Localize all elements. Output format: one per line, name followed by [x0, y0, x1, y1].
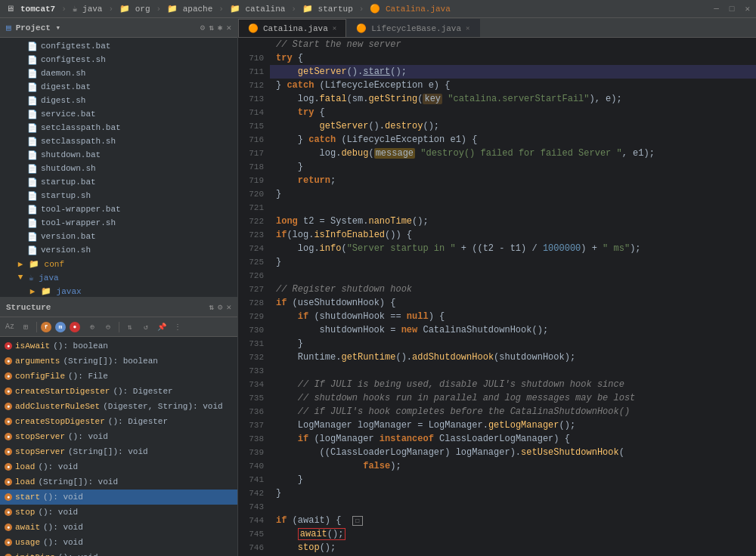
structure-sort-icon[interactable]: ⇅ — [209, 302, 214, 312]
sort-alpha-btn[interactable]: Az — [3, 320, 17, 334]
table-row: 723 if(log.isInfoEnabled()) { — [238, 228, 756, 242]
bat-icon: 📄 — [27, 42, 38, 51]
struct-item-label: createStartDigester — [15, 387, 110, 396]
structure-filter-icon[interactable]: ⚙ — [218, 302, 223, 312]
tree-item-toolwrapper-bat[interactable]: 📄 tool-wrapper.bat — [0, 202, 237, 216]
tab-label: LifecycleBase.java — [371, 24, 461, 33]
tab-label: Catalina.java — [263, 24, 328, 33]
struct-stop[interactable]: ● stop(): void — [0, 505, 237, 520]
tree-item-configtest-bat[interactable]: 📄 configtest.bat — [0, 39, 237, 53]
filter-other-btn[interactable]: ● — [70, 322, 80, 332]
struct-createStartDigester[interactable]: ● createStartDigester(): Digester — [0, 384, 237, 399]
struct-item-label: stopServer — [15, 447, 65, 456]
struct-stopServerStr[interactable]: ● stopServer(String[]): void — [0, 444, 237, 459]
tree-item-startup-bat[interactable]: 📄 startup.bat — [0, 175, 237, 189]
expand-btn[interactable]: ⊕ — [85, 320, 99, 334]
table-row: 742 } — [238, 486, 756, 500]
structure-title: Structure — [6, 303, 51, 312]
folder-open-icon: ▼ — [15, 273, 26, 282]
struct-configFile[interactable]: ● configFile(): File — [0, 369, 237, 384]
vis-pkg: ● — [5, 372, 12, 380]
table-row: 728 if (useShutdownHook) { — [238, 296, 756, 310]
struct-item-label: initDirs — [15, 553, 55, 556]
project-settings-icon[interactable]: ⚙ — [200, 23, 206, 32]
tree-item-shutdown-bat[interactable]: 📄 shutdown.bat — [0, 148, 237, 162]
tree-item-digest-bat[interactable]: 📄 digest.bat — [0, 80, 237, 94]
tree-item-label: tool-wrapper.bat — [41, 205, 121, 214]
project-close-icon[interactable]: ✕ — [226, 23, 231, 32]
window-minimize[interactable]: ─ — [714, 5, 719, 14]
table-row: // Start the new server — [238, 38, 756, 51]
tree-item-toolwrapper-sh[interactable]: 📄 tool-wrapper.sh — [0, 216, 237, 230]
code-editor[interactable]: // Start the new server 710 try { 711 ge… — [238, 38, 756, 556]
tree-item-setclasspath-sh[interactable]: 📄 setclasspath.sh — [0, 134, 237, 148]
toolbar-sep — [36, 322, 37, 332]
struct-isAwait[interactable]: ● isAwait(): boolean — [0, 338, 237, 354]
bat-icon: 📄 — [27, 205, 38, 215]
project-title: Project ▾ — [16, 23, 60, 32]
more-btn[interactable]: ⋮ — [171, 320, 184, 334]
sh-icon: 📄 — [27, 191, 38, 201]
struct-createStopDigester[interactable]: ● createStopDigester(): Digester — [0, 414, 237, 429]
tree-item-label: shutdown.sh — [41, 164, 96, 173]
tab-close-icon2[interactable]: ✕ — [466, 24, 469, 32]
project-gear-icon[interactable]: ✱ — [218, 23, 223, 32]
tab-close-icon[interactable]: ✕ — [333, 24, 336, 32]
folder-icon: ▶ — [27, 286, 38, 296]
vis-pkg: ● — [5, 478, 12, 486]
structure-close-icon[interactable]: ✕ — [226, 302, 231, 312]
struct-stopServer[interactable]: ● stopServer(): void — [0, 429, 237, 444]
tab-lifecycle[interactable]: 🟠 LifecycleBase.java ✕ — [346, 19, 479, 37]
tree-item-javax[interactable]: ▶ 📁 javax — [0, 284, 237, 297]
tree-item-conf[interactable]: ▶ 📁 conf — [0, 257, 237, 270]
project-sort-icon[interactable]: ⇅ — [209, 23, 214, 32]
tree-item-shutdown-sh[interactable]: 📄 shutdown.sh — [0, 162, 237, 175]
struct-loadStr[interactable]: ● load(String[]): void — [0, 474, 237, 490]
titlebar-tomcat: tomcat7 — [20, 5, 55, 14]
tab-catalina[interactable]: 🟠 Catalina.java ✕ — [238, 19, 346, 37]
struct-start[interactable]: ● start(): void — [0, 490, 237, 505]
window-maximize[interactable]: □ — [730, 5, 735, 14]
autoscroll-btn[interactable]: ↺ — [139, 320, 153, 334]
struct-load[interactable]: ● load(): void — [0, 459, 237, 474]
window-close[interactable]: ✕ — [745, 4, 750, 14]
titlebar-startup: 📁 startup — [302, 4, 353, 14]
structure-toolbar: Az ⊞ f m ● ⊕ ⊖ ⇅ ↺ 📌 ⋮ — [0, 317, 237, 337]
sort-type-btn[interactable]: ⊞ — [19, 320, 33, 334]
tab-icon: 🟠 — [356, 23, 367, 33]
filter-method-btn[interactable]: m — [55, 322, 66, 332]
struct-arguments[interactable]: ● arguments(String[]): boolean — [0, 354, 237, 369]
table-row: 717 log.debug(message "destroy() failed … — [238, 147, 756, 160]
tree-item-digest-sh[interactable]: 📄 digest.sh — [0, 94, 237, 107]
sh-icon: 📄 — [27, 246, 38, 255]
struct-addClusterRuleSet[interactable]: ● addClusterRuleSet(Digester, String): v… — [0, 399, 237, 414]
vis-pkg: ● — [5, 448, 12, 456]
project-panel-header: ▤ Project ▾ ⚙ ⇅ ✱ ✕ — [0, 18, 237, 38]
table-row: 721 — [238, 201, 756, 215]
struct-usage[interactable]: ● usage(): void — [0, 535, 237, 550]
vis-pkg: ● — [5, 539, 12, 546]
struct-await[interactable]: ● await(): void — [0, 520, 237, 535]
table-row: 739 ((ClassLoaderLogManager) logManager)… — [238, 446, 756, 459]
tree-item-startup-sh[interactable]: 📄 startup.sh — [0, 189, 237, 202]
tree-item-label: tool-wrapper.sh — [41, 218, 116, 227]
tree-item-setclasspath-bat[interactable]: 📄 setclasspath.bat — [0, 121, 237, 134]
scroll-link-btn[interactable]: ⇅ — [123, 320, 137, 334]
table-row: 713 log.fatal(sm.getString(key "catalina… — [238, 92, 756, 106]
bat-icon: 📄 — [27, 82, 38, 92]
tree-item-configtest-sh[interactable]: 📄 configtest.sh — [0, 53, 237, 66]
vis-pkg: ● — [5, 403, 12, 410]
tree-item-version-sh[interactable]: 📄 version.sh — [0, 243, 237, 257]
filter-field-btn[interactable]: f — [41, 322, 51, 332]
tree-item-daemon-sh[interactable]: 📄 daemon.sh — [0, 66, 237, 80]
tree-item-version-bat[interactable]: 📄 version.bat — [0, 230, 237, 243]
tree-item-java[interactable]: ▼ ☕ java — [0, 270, 237, 284]
table-row: 715 getServer().destroy(); — [238, 119, 756, 133]
tree-item-service-bat[interactable]: 📄 service.bat — [0, 107, 237, 121]
titlebar-icon: 🖥 — [6, 4, 14, 14]
struct-initDirs[interactable]: ● initDirs(): void — [0, 550, 237, 556]
tab-bar: 🟠 Catalina.java ✕ 🟠 LifecycleBase.java ✕ — [238, 18, 756, 38]
tree-item-label: ☕ java — [29, 273, 59, 283]
collapse-btn[interactable]: ⊖ — [101, 320, 115, 334]
pin-btn[interactable]: 📌 — [155, 320, 169, 334]
